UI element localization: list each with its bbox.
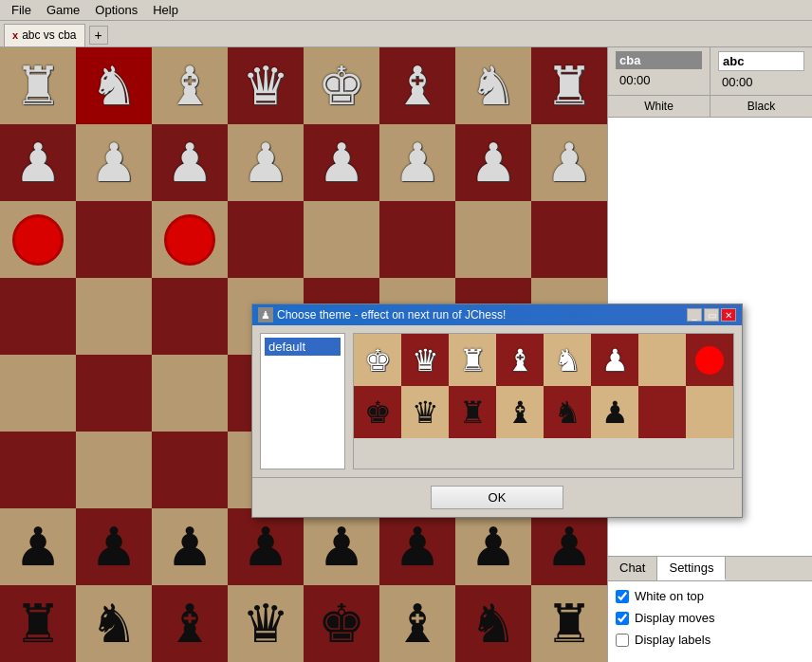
player-right-box: abc 00:00: [710, 47, 812, 95]
white-on-top-checkbox[interactable]: [616, 590, 629, 603]
dialog-ok-button[interactable]: OK: [431, 486, 563, 509]
menu-file[interactable]: File: [4, 1, 39, 19]
preview-cell-1-5: ♟: [591, 386, 638, 438]
preview-cell-0-1: ♛: [401, 334, 449, 386]
preview-cell-1-7: [686, 386, 733, 438]
dialog-minimize-button[interactable]: _: [687, 308, 702, 322]
preview-piece-0-0: ♚: [364, 342, 392, 378]
display-labels-setting: Display labels: [616, 633, 804, 647]
menu-game[interactable]: Game: [39, 1, 87, 19]
player-right-name: abc: [718, 51, 804, 71]
main-tab[interactable]: x abc vs cba: [4, 24, 85, 46]
theme-dialog: ♟ Choose theme - effect on next run of J…: [251, 303, 743, 518]
dialog-overlay: ♟ Choose theme - effect on next run of J…: [0, 47, 607, 662]
settings-tab[interactable]: Settings: [657, 557, 726, 580]
preview-cell-0-4: ♞: [544, 334, 591, 386]
preview-cell-1-0: ♚: [354, 386, 401, 438]
display-moves-label: Display moves: [635, 611, 715, 625]
bottom-tabs: Chat Settings: [608, 556, 812, 581]
preview-cell-0-5: ♟: [591, 334, 638, 386]
dialog-controls: _ ▭ ✕: [687, 308, 736, 322]
menu-options[interactable]: Options: [87, 1, 145, 19]
dialog-title-text: Choose theme - effect on next run of JCh…: [277, 308, 506, 322]
preview-circle: [695, 346, 724, 375]
white-tab[interactable]: White: [608, 96, 710, 117]
preview-cell-1-2: ♜: [449, 386, 496, 438]
tabbar: x abc vs cba +: [0, 21, 812, 47]
preview-piece-0-2: ♜: [459, 342, 487, 378]
player-right-time: 00:00: [718, 73, 804, 91]
display-labels-label: Display labels: [635, 633, 710, 647]
white-on-top-label: White on top: [635, 589, 704, 603]
theme-preview: ♚♛♜♝♞♟♚♛♜♝♞♟: [353, 333, 734, 469]
preview-piece-0-4: ♞: [554, 342, 581, 378]
player-left-name: cba: [616, 51, 702, 69]
menubar: File Game Options Help: [0, 0, 812, 21]
dialog-close-button[interactable]: ✕: [721, 308, 736, 322]
player-left-time: 00:00: [616, 71, 702, 89]
black-tab[interactable]: Black: [710, 96, 812, 117]
white-on-top-setting: White on top: [616, 589, 804, 603]
preview-piece-1-3: ♝: [507, 395, 534, 431]
menu-help[interactable]: Help: [145, 1, 186, 19]
settings-panel: White on top Display moves Display label…: [608, 581, 812, 662]
dialog-body: default ♚♛♜♝♞♟♚♛♜♝♞♟: [252, 325, 742, 477]
preview-cell-0-2: ♜: [449, 334, 496, 386]
white-black-tabs: White Black: [608, 96, 812, 118]
preview-piece-1-5: ♟: [601, 395, 629, 431]
preview-piece-1-0: ♚: [364, 395, 392, 431]
preview-cell-1-3: ♝: [496, 386, 544, 438]
preview-cell-0-7: [686, 334, 733, 386]
dialog-titlebar: ♟ Choose theme - effect on next run of J…: [252, 304, 742, 325]
theme-default[interactable]: default: [265, 338, 341, 356]
preview-cell-1-6: [638, 386, 686, 438]
dialog-footer: OK: [252, 477, 742, 517]
dialog-icon: ♟: [258, 307, 273, 322]
display-labels-checkbox[interactable]: [616, 634, 629, 647]
preview-piece-0-3: ♝: [507, 342, 534, 378]
dialog-title-left: ♟ Choose theme - effect on next run of J…: [258, 307, 506, 322]
tab-add-button[interactable]: +: [89, 26, 108, 45]
tab-label: abc vs cba: [22, 28, 76, 42]
preview-cell-1-4: ♞: [544, 386, 591, 438]
preview-cell-0-3: ♝: [496, 334, 544, 386]
player-panel: cba 00:00 abc 00:00: [608, 47, 812, 96]
preview-cell-0-0: ♚: [354, 334, 401, 386]
chat-tab[interactable]: Chat: [608, 557, 657, 580]
preview-piece-1-1: ♛: [412, 395, 439, 431]
main-area: ♜♞♝♛♚♝♞♜♟♟♟♟♟♟♟♟♟♟♟♟♟♟♟♟♜♞♝♛♚♝♞♜ ♟ Choos…: [0, 47, 812, 662]
preview-cell-1-1: ♛: [401, 386, 449, 438]
preview-cell-0-6: [638, 334, 686, 386]
tab-close-icon[interactable]: x: [12, 29, 18, 41]
player-left-box: cba 00:00: [608, 47, 710, 95]
display-moves-checkbox[interactable]: [616, 612, 629, 625]
preview-piece-0-5: ♟: [601, 342, 629, 378]
theme-list: default: [260, 333, 345, 469]
dialog-restore-button[interactable]: ▭: [704, 308, 719, 322]
board-area: ♜♞♝♛♚♝♞♜♟♟♟♟♟♟♟♟♟♟♟♟♟♟♟♟♜♞♝♛♚♝♞♜ ♟ Choos…: [0, 47, 607, 662]
preview-piece-0-1: ♛: [412, 342, 439, 378]
display-moves-setting: Display moves: [616, 611, 804, 625]
preview-piece-1-4: ♞: [554, 395, 581, 431]
preview-piece-1-2: ♜: [459, 395, 487, 431]
